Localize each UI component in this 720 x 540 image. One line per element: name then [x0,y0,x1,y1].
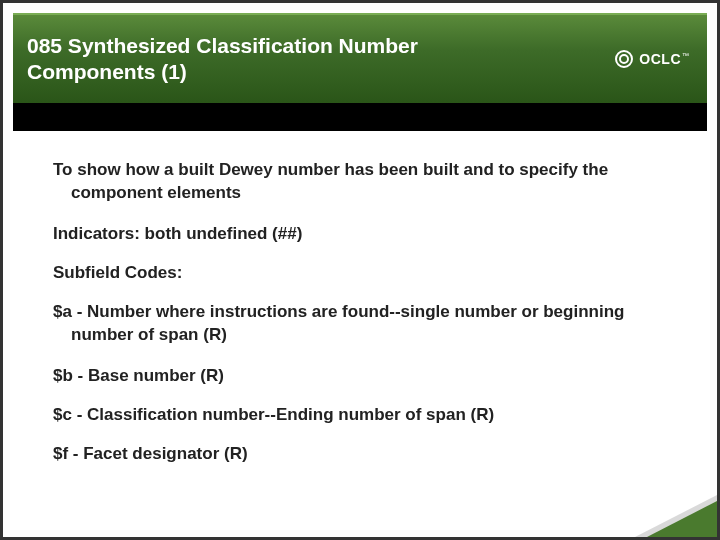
slide-header: 085 Synthesized Classification Number Co… [13,13,707,103]
subfield-f: $f - Facet designator (R) [53,443,675,466]
logo-label: OCLC [639,51,681,67]
logo-trademark: ™ [682,52,689,59]
subfield-b: $b - Base number (R) [53,365,675,388]
slide-body: To show how a built Dewey number has bee… [3,131,717,465]
intro-text: To show how a built Dewey number has bee… [53,159,675,205]
subfield-heading: Subfield Codes: [53,262,675,285]
slide: 085 Synthesized Classification Number Co… [0,0,720,540]
header-divider [13,103,707,131]
logo-text: OCLC™ [639,50,689,68]
logo-icon [615,50,633,68]
slide-title: 085 Synthesized Classification Number Co… [27,33,507,86]
subfield-a: $a - Number where instructions are found… [53,301,675,347]
corner-accent [647,501,717,537]
subfield-c: $c - Classification number--Ending numbe… [53,404,675,427]
indicators-text: Indicators: both undefined (##) [53,223,675,246]
oclc-logo: OCLC™ [615,50,689,68]
